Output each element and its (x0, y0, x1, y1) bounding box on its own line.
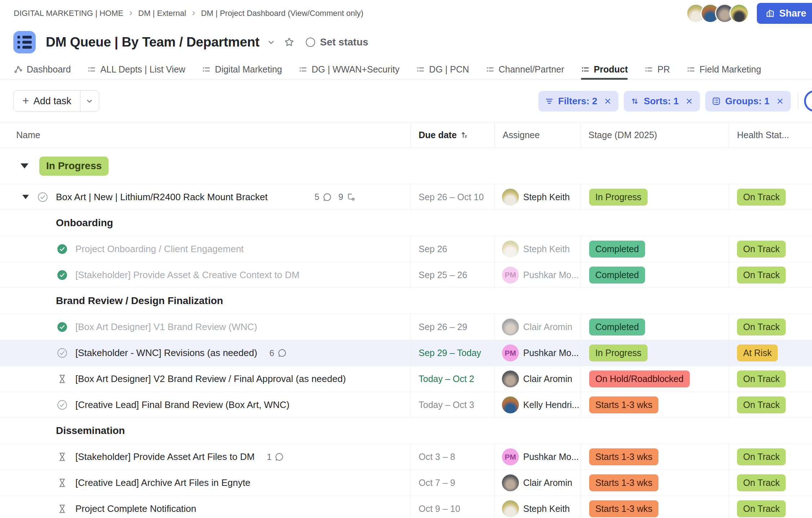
clear-sorts-icon[interactable] (685, 97, 693, 105)
column-header-stage[interactable]: Stage (DM 2025) (580, 122, 729, 148)
assignee-cell[interactable]: Steph Keith (494, 184, 580, 210)
share-button[interactable]: Share (757, 3, 812, 24)
health-cell[interactable]: On Track (729, 314, 812, 340)
task-waiting-hourglass-icon[interactable] (57, 478, 67, 488)
tab-pr[interactable]: PR (644, 60, 670, 79)
health-cell[interactable]: At Risk (729, 340, 812, 366)
column-header-due-date[interactable]: Due date (410, 122, 494, 148)
column-header-health[interactable]: Health Stat... (729, 122, 812, 148)
comment-count[interactable]: 6 (269, 348, 287, 358)
assignee-cell[interactable]: Clair Aromin (494, 366, 580, 392)
breadcrumb-item-folder[interactable]: DM | External (138, 9, 186, 18)
due-date-cell[interactable]: Sep 29 – Today (410, 340, 494, 366)
stage-cell[interactable]: Completed (580, 262, 729, 287)
column-header-assignee[interactable]: Assignee (494, 122, 580, 148)
tab-all-depts-list-view[interactable]: ALL Depts | List View (87, 60, 185, 79)
breadcrumb-item-list[interactable]: DM | Project Dashboard (View/Comment onl… (201, 9, 363, 18)
health-cell[interactable]: On Track (729, 470, 812, 496)
table-row[interactable]: [Creative Lead] Final Brand Review (Box … (0, 392, 812, 418)
group-status-badge[interactable]: In Progress (39, 157, 109, 176)
due-date-cell[interactable]: Today – Oct 3 (410, 392, 494, 417)
stage-cell[interactable]: On Hold/Roadblocked (580, 366, 729, 392)
stage-cell[interactable]: In Progress (580, 340, 729, 366)
health-cell[interactable]: On Track (729, 184, 812, 210)
set-status-button[interactable]: Set status (306, 36, 369, 48)
stage-cell[interactable]: Starts 1-3 wks (580, 470, 729, 496)
stage-cell[interactable]: Completed (580, 314, 729, 340)
assignee-cell[interactable]: PMPushkar Mo... (494, 262, 580, 287)
table-row[interactable]: Project Onboarding / Client Engagement S… (0, 236, 812, 262)
table-row[interactable]: [Box Art Designer] V2 Brand Review / Fin… (0, 366, 812, 392)
health-cell[interactable]: On Track (729, 496, 812, 518)
add-task-button[interactable]: + Add task (13, 90, 99, 112)
groups-chip[interactable]: Groups: 1 (705, 91, 791, 111)
due-date-cell[interactable]: Sep 25 – 26 (410, 262, 494, 287)
tab-dg-wwan-security[interactable]: DG | WWAN+Security (299, 60, 400, 79)
edge-cut-button[interactable] (804, 90, 812, 112)
health-cell[interactable]: On Track (729, 392, 812, 417)
health-cell[interactable]: On Track (729, 366, 812, 392)
stage-cell[interactable]: Starts 1-3 wks (580, 444, 729, 470)
due-date-cell[interactable]: Sep 26 – 29 (410, 314, 494, 340)
due-date-cell[interactable]: Today – Oct 2 (410, 366, 494, 392)
table-row[interactable]: Box Art | New | Lithium/R2400 Rack Mount… (0, 184, 812, 210)
tab-dg-pcn[interactable]: DG | PCN (416, 60, 469, 79)
clear-groups-icon[interactable] (776, 97, 784, 105)
assignee-cell[interactable]: Steph Keith (494, 236, 580, 262)
health-cell[interactable]: On Track (729, 236, 812, 262)
task-status-circle-icon[interactable] (57, 348, 67, 358)
group-header: In Progress (0, 148, 812, 184)
collapse-group-icon[interactable] (21, 163, 28, 168)
table-row[interactable]: [Stakeholder] Provide Asset Art Files to… (0, 444, 812, 470)
assignee-cell[interactable]: Kelly Hendri... (494, 392, 580, 417)
due-date-cell[interactable]: Sep 26 (410, 236, 494, 262)
clear-filters-icon[interactable] (604, 97, 612, 105)
favorite-star-icon[interactable] (283, 36, 295, 48)
table-row[interactable]: Project Complete Notification Oct 9 – 10… (0, 496, 812, 518)
avatar[interactable] (729, 4, 749, 23)
health-cell[interactable]: On Track (729, 444, 812, 470)
due-date-cell[interactable]: Sep 26 – Oct 10 (410, 184, 494, 210)
task-status-circle-icon[interactable] (37, 192, 48, 202)
sorts-chip[interactable]: Sorts: 1 (624, 91, 700, 111)
table-row[interactable]: [Stakeholder] Provide Asset & Creative C… (0, 262, 812, 288)
stage-cell[interactable]: Starts 1-3 wks (580, 392, 729, 417)
table-row-selected[interactable]: [Stakeholder - WNC] Revisions (as needed… (0, 340, 812, 366)
assignee-cell[interactable]: Clair Aromin (494, 470, 580, 496)
stage-cell[interactable]: Completed (580, 236, 729, 262)
stage-cell[interactable]: Starts 1-3 wks (580, 496, 729, 518)
column-header-name[interactable]: Name (0, 122, 410, 148)
assignee-cell[interactable]: Clair Aromin (494, 314, 580, 340)
assignee-cell[interactable]: Steph Keith (494, 496, 580, 518)
tab-digital-marketing[interactable]: Digital Marketing (202, 60, 282, 79)
table-row[interactable]: [Creative Lead] Archive Art Files in Egn… (0, 470, 812, 496)
task-waiting-hourglass-icon[interactable] (57, 374, 67, 384)
due-date-cell[interactable]: Oct 7 – 9 (410, 470, 494, 496)
due-date-cell[interactable]: Oct 3 – 8 (410, 444, 494, 470)
assignee-cell[interactable]: PMPushkar Mo... (494, 444, 580, 470)
comment-count[interactable]: 1 (267, 452, 284, 462)
stage-cell[interactable]: In Progress (580, 184, 729, 210)
breadcrumb-item-workspace[interactable]: DIGITAL MARKETING | HOME (14, 9, 123, 18)
health-cell[interactable]: On Track (729, 262, 812, 287)
task-done-icon[interactable] (57, 322, 67, 332)
title-chevron-down-icon[interactable] (267, 38, 275, 47)
tab-field-marketing[interactable]: Field Marketing (687, 60, 761, 79)
subtask-count[interactable]: 9 (339, 192, 356, 202)
due-date-cell[interactable]: Oct 9 – 10 (410, 496, 494, 518)
tab-product[interactable]: Product (581, 60, 628, 79)
add-task-dropdown-button[interactable] (80, 91, 99, 111)
assignee-cell[interactable]: PMPushkar Mo... (494, 340, 580, 366)
task-done-icon[interactable] (57, 244, 67, 254)
task-waiting-hourglass-icon[interactable] (57, 452, 67, 462)
task-waiting-hourglass-icon[interactable] (57, 504, 67, 514)
task-status-circle-icon[interactable] (57, 400, 67, 410)
collapse-task-icon[interactable] (22, 195, 29, 199)
filters-chip[interactable]: Filters: 2 (538, 91, 618, 111)
stage-badge: On Hold/Roadblocked (589, 370, 690, 387)
comment-count[interactable]: 5 (314, 192, 332, 202)
task-done-icon[interactable] (57, 270, 67, 280)
tab-dashboard[interactable]: Dashboard (14, 60, 71, 79)
tab-channel-partner[interactable]: Channel/Partner (486, 60, 564, 79)
table-row[interactable]: [Box Art Designer] V1 Brand Review (WNC)… (0, 314, 812, 340)
